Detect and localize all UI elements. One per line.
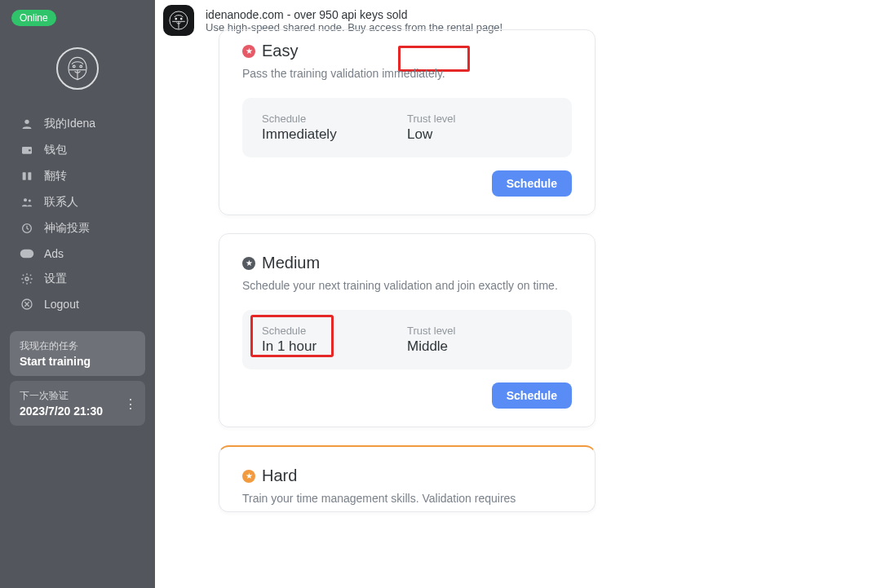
nav-item-ads[interactable]: Ads [3,241,152,266]
svg-point-2 [24,120,29,124]
more-icon[interactable]: ⋮ [124,396,137,411]
nav-label: 联系人 [44,195,78,210]
card-title: Easy [262,42,298,60]
main-content: idenanode.com - over 950 api keys sold U… [155,0,881,588]
svg-point-11 [25,277,29,281]
svg-point-8 [29,199,31,201]
card-desc: Train your time management skills. Valid… [242,492,572,505]
svg-point-14 [175,18,177,20]
star-icon: ★ [242,470,255,483]
schedule-label: Schedule [262,325,407,337]
trust-label: Trust level [407,325,552,337]
nav-label: 我的Idena [44,117,95,131]
svg-point-15 [180,18,182,20]
svg-point-0 [73,65,75,68]
nav-list: 我的Idena 钱包 翻转 联系人 神谕投票 Ads 设置 Logout [0,111,155,316]
nav-label: Logout [44,298,79,311]
nav-item-my-idena[interactable]: 我的Idena [3,111,152,137]
svg-rect-6 [28,172,31,179]
info-box: Schedule In 1 hour Trust level Middle [242,310,572,369]
nav-item-oracle[interactable]: 神谕投票 [3,215,152,241]
nav-item-logout[interactable]: Logout [3,292,152,316]
nav-label: 神谕投票 [44,221,90,236]
sidebar: Online 我的Idena 钱包 翻转 联系人 [0,0,155,588]
star-icon: ★ [242,45,255,58]
person-icon [20,117,34,130]
card-medium: ★ Medium Schedule your next training val… [219,233,595,427]
banner-title: idenanode.com - over 950 api keys sold [206,8,502,21]
task-main: Start training [20,355,135,368]
task-card-next-validation[interactable]: 下一次验证 2023/7/20 21:30 ⋮ [10,381,145,426]
task-card-current[interactable]: 我现在的任务 Start training [10,331,145,376]
task-label: 我现在的任务 [20,339,135,353]
banner-avatar-icon [163,5,194,36]
nav-label: 翻转 [44,169,67,183]
nav-item-settings[interactable]: 设置 [3,266,152,292]
card-desc: Pass the training validation immediately… [242,67,572,80]
svg-point-7 [24,198,27,201]
nav-item-flips[interactable]: 翻转 [3,163,152,189]
card-easy: ★ Easy Pass the training validation imme… [219,29,595,215]
svg-point-1 [80,65,82,68]
nav-label: Ads [44,247,64,260]
logo [0,47,155,90]
task-date: 2023/7/20 21:30 [20,405,135,418]
idena-logo-icon [56,47,99,90]
star-icon: ★ [242,257,255,270]
wallet-icon [20,144,34,157]
trust-value: Low [407,126,552,143]
ads-icon [20,248,34,259]
flip-icon [20,170,34,183]
nav-item-wallet[interactable]: 钱包 [3,137,152,163]
card-title: Medium [262,254,320,272]
trust-label: Trust level [407,113,552,125]
svg-rect-10 [20,250,34,259]
schedule-button[interactable]: Schedule [492,382,572,409]
schedule-label: Schedule [262,113,407,125]
schedule-button[interactable]: Schedule [492,170,572,197]
task-label: 下一次验证 [20,389,135,403]
svg-rect-5 [23,172,26,179]
card-hard: ★ Hard Train your time management skills… [219,445,595,512]
svg-rect-4 [29,149,31,151]
nav-item-contacts[interactable]: 联系人 [3,189,152,215]
info-box: Schedule Immediately Trust level Low [242,98,572,157]
online-status-badge: Online [11,10,56,26]
card-desc: Schedule your next training validation a… [242,279,572,292]
trust-value: Middle [407,338,552,355]
gear-icon [20,272,34,285]
card-title: Hard [262,466,297,485]
schedule-value: In 1 hour [262,338,407,355]
schedule-value: Immediately [262,126,407,143]
logout-icon [20,298,34,311]
nav-label: 设置 [44,272,67,286]
contacts-icon [20,196,34,209]
nav-label: 钱包 [44,143,67,157]
oracle-icon [20,222,34,235]
